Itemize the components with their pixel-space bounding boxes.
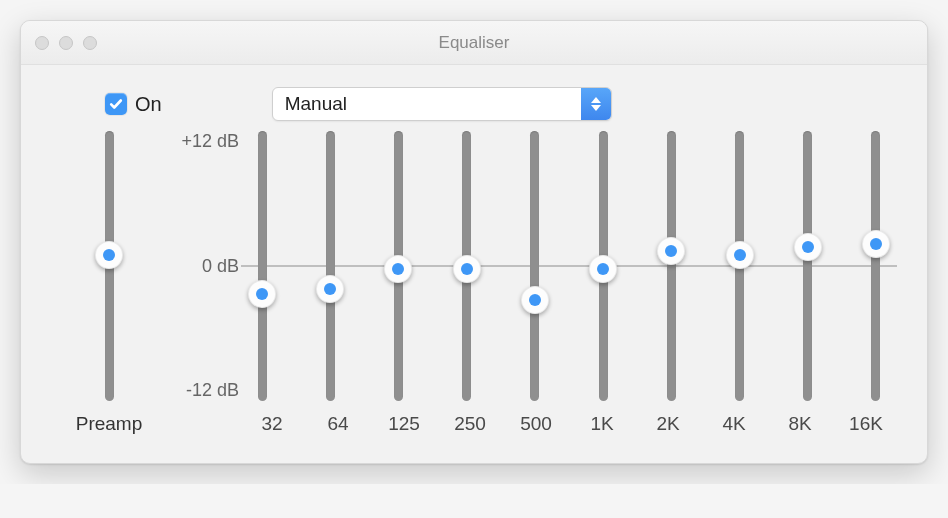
scale-column: +12 dB 0 dB -12 dB bbox=[159, 131, 249, 435]
band-slider-500[interactable] bbox=[530, 131, 540, 401]
band-label-2K: 2K bbox=[645, 413, 691, 435]
scale-top: +12 dB bbox=[181, 131, 239, 152]
band-slider-64[interactable] bbox=[325, 131, 335, 401]
scale-mid: 0 dB bbox=[202, 256, 239, 277]
equaliser-window: Equaliser On Manual Preamp bbox=[20, 20, 928, 464]
titlebar: Equaliser bbox=[21, 21, 927, 65]
band-label-500: 500 bbox=[513, 413, 559, 435]
preamp-slider[interactable] bbox=[104, 131, 114, 401]
preamp-column: Preamp bbox=[59, 131, 159, 435]
on-label: On bbox=[135, 93, 162, 116]
band-slider-2K[interactable] bbox=[666, 131, 676, 401]
controls-row: On Manual bbox=[21, 65, 927, 131]
band-label-250: 250 bbox=[447, 413, 493, 435]
band-label-125: 125 bbox=[381, 413, 427, 435]
window-controls bbox=[35, 21, 97, 64]
preamp-label: Preamp bbox=[76, 401, 143, 435]
eq-area: Preamp +12 dB 0 dB -12 dB 32641252505001… bbox=[21, 131, 927, 463]
preset-selected: Manual bbox=[273, 88, 581, 120]
band-label-16K: 16K bbox=[843, 413, 889, 435]
preset-select[interactable]: Manual bbox=[272, 87, 612, 121]
band-slider-125[interactable] bbox=[393, 131, 403, 401]
bands-column: 32641252505001K2K4K8K16K bbox=[249, 131, 889, 435]
band-label-4K: 4K bbox=[711, 413, 757, 435]
stepper-icon bbox=[581, 88, 611, 120]
band-slider-4K[interactable] bbox=[735, 131, 745, 401]
zoom-icon[interactable] bbox=[83, 36, 97, 50]
band-label-8K: 8K bbox=[777, 413, 823, 435]
band-slider-32[interactable] bbox=[257, 131, 267, 401]
band-slider-250[interactable] bbox=[462, 131, 472, 401]
band-label-32: 32 bbox=[249, 413, 295, 435]
band-label-1K: 1K bbox=[579, 413, 625, 435]
scale-bottom: -12 dB bbox=[186, 380, 239, 401]
band-slider-16K[interactable] bbox=[871, 131, 881, 401]
on-toggle[interactable]: On bbox=[105, 93, 162, 116]
band-slider-1K[interactable] bbox=[598, 131, 608, 401]
band-label-64: 64 bbox=[315, 413, 361, 435]
on-checkbox[interactable] bbox=[105, 93, 127, 115]
window-title: Equaliser bbox=[439, 33, 510, 53]
close-icon[interactable] bbox=[35, 36, 49, 50]
check-icon bbox=[109, 97, 123, 111]
band-slider-8K[interactable] bbox=[803, 131, 813, 401]
minimize-icon[interactable] bbox=[59, 36, 73, 50]
